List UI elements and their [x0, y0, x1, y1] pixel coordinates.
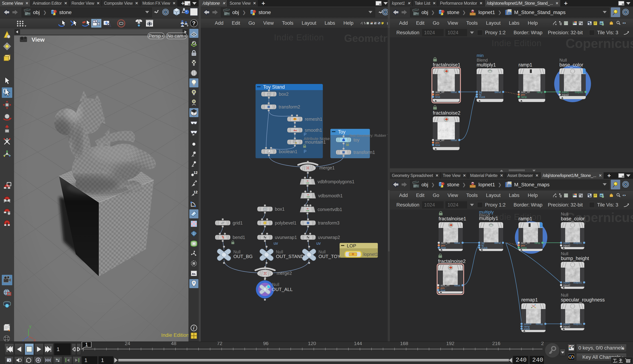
svg-text:transform3: transform3: [318, 220, 340, 226]
svg-text:remap1: remap1: [521, 297, 538, 302]
svg-text:Toy: Toy: [338, 129, 346, 134]
svg-text:VDB: VDB: [306, 182, 309, 184]
svg-text:P: P: [304, 149, 306, 154]
svg-text:uvunwrap1: uvunwrap1: [275, 235, 297, 240]
svg-text:1: 1: [85, 342, 88, 348]
svg-text:specular_roughness: specular_roughness: [561, 297, 605, 302]
svg-text:transform1: transform1: [354, 150, 375, 155]
svg-text:input1: input1: [563, 322, 570, 326]
svg-text:time: time: [441, 246, 446, 249]
svg-text:multiply: multiply: [479, 210, 494, 214]
svg-text:mask: mask: [479, 96, 485, 98]
svg-text:transform2: transform2: [279, 104, 300, 110]
svg-text:ramp1: ramp1: [518, 62, 532, 68]
svg-text:12: 12: [193, 190, 197, 194]
svg-text:blend: blend: [495, 91, 501, 94]
svg-text:∞: ∞: [307, 207, 308, 210]
svg-text:Test Geometry: Rubber Toy: Test Geometry: Rubber Toy: [349, 134, 390, 138]
svg-text:Attribute Noise: Attribute Noise: [304, 136, 330, 141]
svg-text:2: 2: [541, 342, 544, 346]
svg-text:fractalnoise2: fractalnoise2: [438, 258, 466, 264]
svg-text:polybevel1: polybevel1: [275, 220, 296, 226]
svg-text:grid1: grid1: [233, 220, 243, 226]
svg-text:∞: ∞: [307, 180, 308, 182]
svg-text:vdbsmooth1: vdbsmooth1: [318, 193, 343, 198]
svg-text:input1: input1: [563, 242, 570, 244]
svg-text:uv: uv: [316, 241, 321, 246]
svg-text:192: 192: [446, 342, 454, 346]
svg-text:P: P: [304, 132, 306, 137]
svg-text:input2: input2: [563, 284, 570, 287]
svg-text:vdbfrompolygons1: vdbfrompolygons1: [318, 179, 354, 184]
svg-text:noise: noise: [454, 242, 460, 244]
svg-text:Blend: Blend: [477, 58, 488, 62]
svg-text:box2: box2: [279, 92, 288, 96]
svg-text:min: min: [477, 53, 484, 58]
svg-text:fractalnoise1: fractalnoise1: [433, 62, 460, 68]
svg-text:remesh1: remesh1: [305, 116, 322, 122]
svg-text:fractalnoise1: fractalnoise1: [439, 216, 466, 222]
svg-text:OUT_TOY: OUT_TOY: [319, 254, 341, 259]
svg-text:lopnet1: lopnet1: [363, 252, 378, 257]
svg-text:box1: box1: [275, 206, 284, 212]
svg-text:input2: input2: [563, 244, 570, 247]
svg-text:time: time: [435, 144, 440, 146]
svg-text:uv: uv: [273, 241, 278, 246]
svg-text:ramp: ramp: [521, 96, 527, 98]
svg-text:z: z: [22, 338, 24, 342]
svg-text:VDB: VDB: [306, 196, 310, 198]
svg-text:LOP: LOP: [347, 243, 356, 248]
svg-text:144: 144: [354, 342, 362, 346]
svg-text:120: 120: [308, 342, 316, 346]
svg-text:input2: input2: [562, 93, 569, 96]
svg-text:216: 216: [492, 342, 500, 346]
svg-text:∞: ∞: [307, 193, 309, 196]
svg-text:Indie Edition: Indie Edition: [161, 332, 188, 338]
svg-text:OUT_BG: OUT_BG: [233, 254, 253, 259]
svg-text:base_color: base_color: [559, 62, 583, 68]
svg-text:base_color: base_color: [561, 216, 585, 222]
svg-text:y: y: [29, 324, 31, 329]
svg-text:noise: noise: [451, 91, 457, 94]
svg-text:ramp: ramp: [521, 246, 527, 249]
svg-text:noise: noise: [451, 139, 457, 142]
svg-text:input1: input1: [563, 281, 570, 284]
svg-text:ramp: ramp: [534, 242, 540, 244]
svg-text:fractalnoise2: fractalnoise2: [433, 110, 460, 116]
svg-text:noise: noise: [454, 284, 460, 287]
svg-text:ramp1: ramp1: [518, 216, 532, 222]
svg-text:merge1: merge1: [320, 165, 335, 170]
svg-text:output1: output1: [573, 281, 582, 284]
svg-text:merge2: merge2: [277, 271, 292, 276]
svg-text:Null: Null: [561, 293, 568, 298]
svg-text:remap: remap: [536, 322, 543, 326]
svg-text:mask: mask: [524, 328, 530, 330]
svg-text:time: time: [435, 96, 440, 98]
svg-text:OUT_ALL: OUT_ALL: [272, 287, 293, 292]
svg-text:View: View: [32, 36, 45, 43]
svg-text:ramp: ramp: [537, 91, 543, 94]
svg-text:input1: input1: [562, 91, 569, 94]
svg-text:Null: Null: [561, 251, 568, 256]
svg-text:168: 168: [400, 342, 408, 346]
svg-text:smooth1: smooth1: [305, 128, 322, 133]
svg-text:96: 96: [263, 342, 268, 346]
svg-text:toy: toy: [354, 137, 360, 142]
svg-text:bend1: bend1: [233, 235, 245, 240]
svg-text:convertvdb1: convertvdb1: [318, 207, 342, 212]
svg-text:i: i: [193, 326, 194, 330]
svg-text:12: 12: [193, 171, 197, 174]
svg-text:multiply1: multiply1: [477, 62, 496, 68]
svg-text:VDB: VDB: [306, 210, 309, 212]
svg-text:OUT_STAND: OUT_STAND: [276, 254, 304, 259]
svg-text:?: ?: [192, 20, 196, 26]
svg-text:input2: input2: [563, 325, 570, 328]
svg-text:48: 48: [171, 342, 176, 346]
svg-text:Toy Stand: Toy Stand: [263, 84, 285, 90]
svg-text:x: x: [34, 338, 36, 342]
svg-text:24: 24: [125, 342, 130, 346]
svg-text:Null: Null: [559, 58, 567, 62]
svg-text:output1: output1: [573, 242, 582, 244]
svg-text:output1: output1: [575, 91, 583, 94]
svg-text:bump_height: bump_height: [561, 256, 589, 261]
